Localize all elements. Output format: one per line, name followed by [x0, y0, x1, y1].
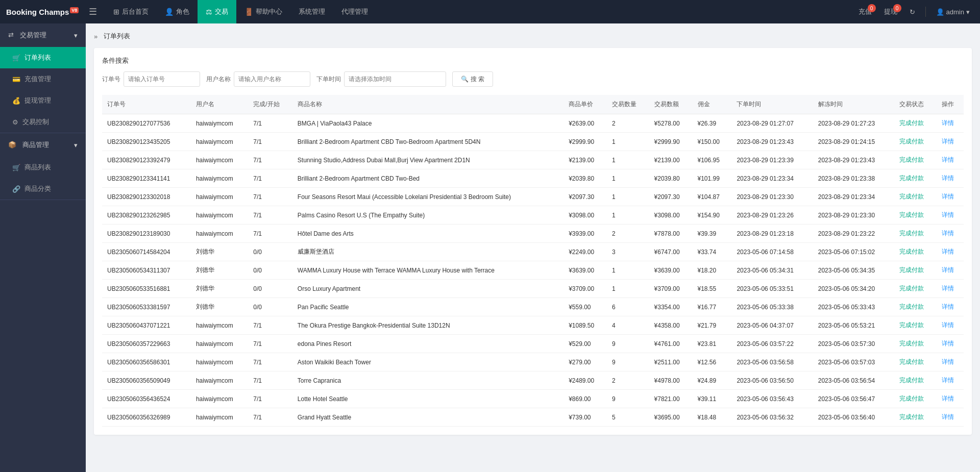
detail-link[interactable]: 详情 [942, 285, 954, 292]
detail-link[interactable]: 详情 [942, 156, 954, 163]
col-product: 商品名称 [292, 95, 564, 114]
username-input[interactable] [234, 71, 310, 87]
cell-qty: 9 [607, 390, 649, 408]
cell-unfreeze-time: 2023-05-06 03:57:30 [813, 335, 894, 353]
cell-action[interactable]: 详情 [937, 280, 964, 298]
top-right-area: 充值 0 提现 0 ↻ 👤 admin ▾ [854, 7, 974, 17]
refresh-button[interactable]: ↻ [905, 8, 919, 16]
cell-action[interactable]: 详情 [937, 206, 964, 225]
nav-help[interactable]: 🚪 帮助中心 [236, 0, 290, 23]
cell-ratio: 0/0 [248, 261, 292, 280]
sidebar-item-order-list[interactable]: 🛒 订单列表 [0, 47, 86, 68]
sidebar-group-goods-header[interactable]: 📦 商品管理 ▾ [0, 133, 86, 157]
cell-action[interactable]: 详情 [937, 408, 964, 427]
detail-link[interactable]: 详情 [942, 377, 954, 384]
cell-action[interactable]: 详情 [937, 188, 964, 206]
cell-amount: ¥3098.00 [649, 206, 693, 225]
sidebar-item-recharge[interactable]: 💳 充值管理 [0, 68, 86, 90]
detail-link[interactable]: 详情 [942, 340, 954, 347]
sidebar-item-goods-list[interactable]: 🛒 商品列表 [0, 157, 86, 178]
cell-order-id: UB2308290123302018 [102, 188, 191, 206]
withdraw-mgmt-icon: 💰 [12, 97, 20, 105]
sidebar-item-trade-ctrl[interactable]: ⚙ 交易控制 [0, 111, 86, 133]
cell-unit-price: ¥869.00 [564, 390, 607, 408]
menu-toggle-icon[interactable]: ☰ [89, 6, 97, 17]
nav-dashboard[interactable]: ⊞ 后台首页 [105, 0, 157, 23]
cell-amount: ¥4761.00 [649, 335, 693, 353]
cell-status: 完成付款 [894, 169, 936, 188]
detail-link[interactable]: 详情 [942, 413, 954, 420]
cell-qty: 1 [607, 206, 649, 225]
col-status: 交易状态 [894, 95, 936, 114]
cell-unfreeze-time: 2023-08-29 01:24:15 [813, 133, 894, 151]
order-no-input[interactable] [124, 71, 200, 87]
cell-product: Grand Hyatt Seattle [292, 408, 564, 427]
cell-unit-price: ¥2639.00 [564, 114, 607, 133]
sidebar: ⇄ 交易管理 ▾ 🛒 订单列表 💳 充值管理 💰 提现管理 ⚙ 交易控制 📦 商… [0, 23, 86, 472]
nav-divider [925, 7, 926, 17]
cell-action[interactable]: 详情 [937, 353, 964, 371]
cell-action[interactable]: 详情 [937, 335, 964, 353]
cell-action[interactable]: 详情 [937, 225, 964, 243]
cell-action[interactable]: 详情 [937, 261, 964, 280]
detail-link[interactable]: 详情 [942, 248, 954, 255]
detail-link[interactable]: 详情 [942, 395, 954, 402]
cell-unfreeze-time: 2023-08-29 01:23:30 [813, 206, 894, 225]
nav-transactions[interactable]: ⚖ 交易 [198, 0, 236, 23]
cell-action[interactable]: 详情 [937, 133, 964, 151]
detail-link[interactable]: 详情 [942, 138, 954, 145]
cell-action[interactable]: 详情 [937, 371, 964, 390]
cell-username: haiwaiymcom [191, 169, 248, 188]
cell-unfreeze-time: 2023-08-29 01:23:43 [813, 151, 894, 169]
sidebar-group-trade-header[interactable]: ⇄ 交易管理 ▾ [0, 23, 86, 47]
detail-link[interactable]: 详情 [942, 175, 954, 182]
detail-link[interactable]: 详情 [942, 193, 954, 200]
cell-amount: ¥3695.00 [649, 408, 693, 427]
cell-action[interactable]: 详情 [937, 390, 964, 408]
order-time-input[interactable] [344, 71, 446, 87]
detail-link[interactable]: 详情 [942, 321, 954, 329]
refresh-icon: ↻ [910, 8, 915, 16]
cell-unfreeze-time: 2023-05-06 05:33:43 [813, 298, 894, 316]
cell-product: Hôtel Dame des Arts [292, 225, 564, 243]
detail-link[interactable]: 详情 [942, 211, 954, 218]
detail-link[interactable]: 详情 [942, 119, 954, 127]
cell-unfreeze-time: 2023-05-06 03:56:54 [813, 371, 894, 390]
cell-product: Four Seasons Resort Maui (Accessible Lok… [292, 188, 564, 206]
cell-order-id: UB2305060356436524 [102, 390, 191, 408]
cell-action[interactable]: 详情 [937, 243, 964, 261]
cell-order-id: UB2308290123189030 [102, 225, 191, 243]
col-amount: 交易数额 [649, 95, 693, 114]
cell-unit-price: ¥279.00 [564, 353, 607, 371]
sidebar-item-withdraw[interactable]: 💰 提现管理 [0, 90, 86, 111]
recharge-button[interactable]: 充值 0 [854, 7, 876, 16]
sidebar-item-goods-category[interactable]: 🔗 商品分类 [0, 178, 86, 200]
table-row: UB2305060356436524 haiwaiymcom 7/1 Lotte… [102, 390, 964, 408]
cell-order-id: UB2305060356586301 [102, 353, 191, 371]
cell-order-id: UB2305060533381597 [102, 298, 191, 316]
nav-agent[interactable]: 代理管理 [333, 0, 376, 23]
cell-action[interactable]: 详情 [937, 316, 964, 335]
detail-link[interactable]: 详情 [942, 230, 954, 237]
col-unit-price: 商品单价 [564, 95, 607, 114]
cell-action[interactable]: 详情 [937, 298, 964, 316]
detail-link[interactable]: 详情 [942, 266, 954, 274]
cell-order-time: 2023-05-06 07:14:58 [731, 243, 813, 261]
nav-system[interactable]: 系统管理 [290, 0, 333, 23]
top-nav: Booking ChampsV8 ☰ ⊞ 后台首页 👤 角色 ⚖ 交易 🚪 帮助… [0, 0, 980, 23]
cell-qty: 2 [607, 225, 649, 243]
nav-roles[interactable]: 👤 角色 [157, 0, 198, 23]
cell-commission: ¥101.99 [693, 169, 732, 188]
cell-action[interactable]: 详情 [937, 151, 964, 169]
detail-link[interactable]: 详情 [942, 358, 954, 365]
cell-unit-price: ¥739.00 [564, 408, 607, 427]
cell-order-time: 2023-05-06 03:56:58 [731, 353, 813, 371]
cell-action[interactable]: 详情 [937, 114, 964, 133]
cell-action[interactable]: 详情 [937, 169, 964, 188]
detail-link[interactable]: 详情 [942, 303, 954, 310]
table-row: UB2305060357229663 haiwaiymcom 7/1 edona… [102, 335, 964, 353]
search-button[interactable]: 🔍 搜 索 [452, 71, 493, 87]
withdraw-button[interactable]: 提现 0 [880, 7, 901, 16]
cell-order-time: 2023-05-06 04:37:07 [731, 316, 813, 335]
admin-menu[interactable]: 👤 admin ▾ [932, 8, 974, 16]
